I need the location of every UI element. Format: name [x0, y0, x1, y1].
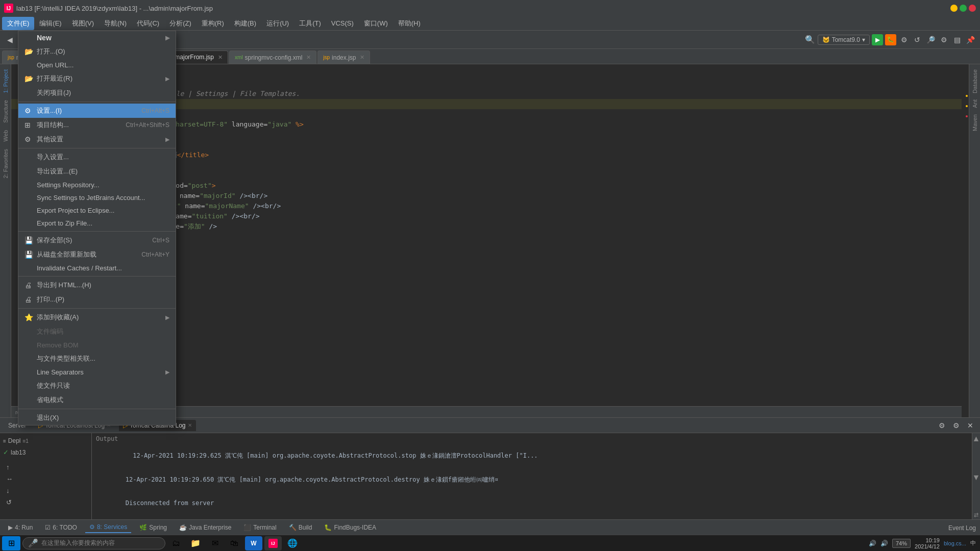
dd-item-exit[interactable]: 退出(X) — [18, 411, 176, 425]
dd-item-import-settings[interactable]: 导入设置... — [18, 150, 176, 164]
taskbar-app-intellij[interactable]: IJ — [264, 536, 282, 550]
taskbar-app-folder[interactable]: 📁 — [187, 536, 204, 550]
back-button[interactable]: ◀ — [4, 34, 15, 45]
search-icon[interactable]: 🔎 — [925, 34, 936, 45]
dd-item-file-encoding[interactable]: 文件编码 — [18, 324, 176, 339]
bottom-gear-icon[interactable]: ⚙ — [950, 420, 962, 431]
menu-run[interactable]: 运行(U) — [261, 17, 294, 30]
menu-help[interactable]: 帮助(H) — [393, 17, 426, 30]
reload-button[interactable]: ↺ — [912, 34, 923, 45]
taskbar-app-chrome[interactable]: 🌐 — [284, 536, 301, 550]
tab-index[interactable]: jsp index.jsp ✕ — [317, 51, 370, 64]
taskbar-app-explorer[interactable]: 🗂 — [167, 536, 185, 550]
dd-item-print[interactable]: 🖨 打印...(P) — [18, 292, 176, 307]
run-tab-todo[interactable]: ☑ 6: TODO — [41, 522, 81, 533]
bottom-arrow-up-icon[interactable]: ↑ — [4, 462, 87, 472]
dd-item-invalidate[interactable]: Invalidate Caches / Restart... — [18, 262, 176, 274]
sidebar-tab-structure[interactable]: Structure — [2, 97, 10, 126]
run-tab-build[interactable]: 🔨 Build — [285, 522, 316, 533]
run-tab-terminal[interactable]: ⬛ Terminal — [239, 522, 280, 533]
sidebar-tab-favorites[interactable]: 2: Favorites — [2, 146, 10, 181]
bottom-depl-label[interactable]: Depl — [8, 437, 21, 444]
taskbar-blog-link[interactable]: blog.cs... — [944, 540, 966, 546]
menu-view[interactable]: 视图(V) — [67, 17, 99, 30]
sidebar-tab-project[interactable]: 1: Project — [2, 66, 10, 96]
dd-item-project-structure[interactable]: ⊞ 项目结构... Ctrl+Alt+Shift+S — [18, 118, 176, 132]
sidebar-tab-web[interactable]: Web — [2, 127, 10, 144]
taskbar-battery[interactable]: 74% — [892, 539, 911, 548]
dd-item-new[interactable]: New ▶ — [18, 31, 176, 44]
dd-item-open-url[interactable]: Open URL... — [18, 59, 176, 71]
sidebar-tab-database[interactable]: Database — [971, 66, 979, 96]
dd-item-power-save[interactable]: 省电模式 — [18, 393, 176, 407]
dd-item-save-all[interactable]: 💾 保存全部(S) Ctrl+S — [18, 233, 176, 247]
bottom-arrow-left-icon[interactable]: ↔ — [4, 474, 87, 484]
close-button[interactable]: ✕ — [969, 5, 976, 12]
run-tab-java-enterprise[interactable]: ☕ Java Enterprise — [175, 522, 235, 533]
dd-item-make-readonly[interactable]: 使文件只读 — [18, 379, 176, 393]
bottom-arrow-down-icon[interactable]: ↓ — [4, 486, 87, 495]
tab-close-springmvc-config[interactable]: ✕ — [306, 54, 311, 61]
scrollbar[interactable] — [962, 64, 969, 417]
dd-item-file-type-assoc[interactable]: 与文件类型相关联... — [18, 352, 176, 366]
dd-item-sync-settings[interactable]: Sync Settings to JetBrains Account... — [18, 191, 176, 204]
dd-item-remove-bom[interactable]: Remove BOM — [18, 339, 176, 352]
dd-item-export-html[interactable]: 🖨 导出到 HTML...(H) — [18, 278, 176, 292]
bottom-refresh-icon[interactable]: ↺ — [4, 497, 87, 507]
sidebar-tab-ant[interactable]: Ant — [971, 96, 979, 111]
run-config-selector[interactable]: 🐱 Tomcat9.0 ▾ — [818, 35, 870, 45]
scroll-wrap-icon[interactable]: ⇄ — [974, 512, 978, 518]
event-log[interactable]: Event Log — [948, 523, 976, 532]
scroll-down-icon[interactable]: ▼ — [972, 473, 980, 482]
run-tab-findbugs[interactable]: 🐛 FindBugs-IDEA — [320, 522, 380, 533]
layout-icon[interactable]: ▤ — [951, 34, 963, 45]
debug-button[interactable]: 🐛 — [885, 34, 896, 45]
bottom-tab-catalina-close[interactable]: ✕ — [188, 422, 192, 428]
scroll-up-icon[interactable]: ▲ — [972, 434, 980, 443]
menu-navigate[interactable]: 导航(N) — [99, 17, 132, 30]
run-tab-4[interactable]: ▶ 4: Run — [4, 522, 37, 533]
dd-item-reload[interactable]: 💾 从磁盘全部重新加载 Ctrl+Alt+Y — [18, 247, 176, 262]
dd-item-line-separators[interactable]: Line Separators ▶ — [18, 366, 176, 379]
dd-item-add-favorites[interactable]: ⭐ 添加到收藏(A) ▶ — [18, 310, 176, 324]
dd-item-other-settings[interactable]: ⚙ 其他设置 ▶ — [18, 132, 176, 146]
dd-item-open[interactable]: 📂 打开...(O) — [18, 44, 176, 59]
tab-springmvc-config[interactable]: xml springmvc-config.xml ✕ — [229, 51, 316, 64]
menu-tools[interactable]: 工具(T) — [294, 17, 326, 30]
menu-refactor[interactable]: 重构(R) — [197, 17, 229, 30]
tab-close-index[interactable]: ✕ — [360, 54, 364, 61]
taskbar-search[interactable]: 🎤 在这里输入你要搜索的内容 — [22, 537, 165, 549]
menu-file[interactable]: 文件(E) — [2, 17, 34, 30]
dd-item-export-zip[interactable]: Export to Zip File... — [18, 217, 176, 230]
taskbar-language[interactable]: 中 — [970, 539, 976, 547]
minimize-button[interactable]: ─ — [950, 5, 958, 12]
dd-item-export-settings[interactable]: 导出设置...(E) — [18, 164, 176, 179]
menu-build[interactable]: 构建(B) — [229, 17, 261, 30]
menu-code[interactable]: 代码(C) — [132, 17, 164, 30]
dd-item-settings-repo[interactable]: Settings Repository... — [18, 179, 176, 191]
menu-analyze[interactable]: 分析(Z) — [164, 17, 197, 30]
maximize-button[interactable]: □ — [960, 5, 967, 12]
dd-item-settings[interactable]: ⚙ 设置...(I) Ctrl+Alt+S — [18, 104, 176, 118]
windows-start-button[interactable]: ⊞ — [2, 536, 20, 550]
dd-item-open-recent[interactable]: 📂 打开最近(R) ▶ — [18, 71, 176, 86]
sidebar-tab-maven[interactable]: Maven — [971, 111, 979, 134]
dd-item-export-eclipse[interactable]: Export Project to Eclipse... — [18, 204, 176, 217]
menu-window[interactable]: 窗口(W) — [359, 17, 393, 30]
menu-vcs[interactable]: VCS(S) — [326, 17, 359, 29]
menu-edit[interactable]: 编辑(E) — [34, 17, 66, 30]
pin-icon[interactable]: 📌 — [965, 34, 976, 45]
bottom-lab13-label[interactable]: lab13 — [11, 449, 26, 456]
taskbar-app-mail[interactable]: ✉ — [206, 536, 224, 550]
coverage-button[interactable]: ⚙ — [898, 34, 910, 45]
taskbar-app-store[interactable]: 🛍 — [226, 536, 243, 550]
bottom-settings-icon[interactable]: ⚙ — [936, 420, 947, 431]
run-button[interactable]: ▶ — [872, 34, 883, 45]
run-tab-services[interactable]: ⚙ 8: Services — [85, 522, 131, 533]
taskbar-app-word[interactable]: W — [245, 536, 262, 550]
bottom-close-icon[interactable]: ✕ — [965, 420, 976, 431]
settings-icon[interactable]: ⚙ — [938, 34, 949, 45]
dd-item-close-project[interactable]: 关闭项目(J) — [18, 86, 176, 100]
search-everywhere-icon[interactable]: 🔍 — [804, 34, 816, 45]
tab-close-majorFrom[interactable]: ✕ — [218, 54, 223, 61]
